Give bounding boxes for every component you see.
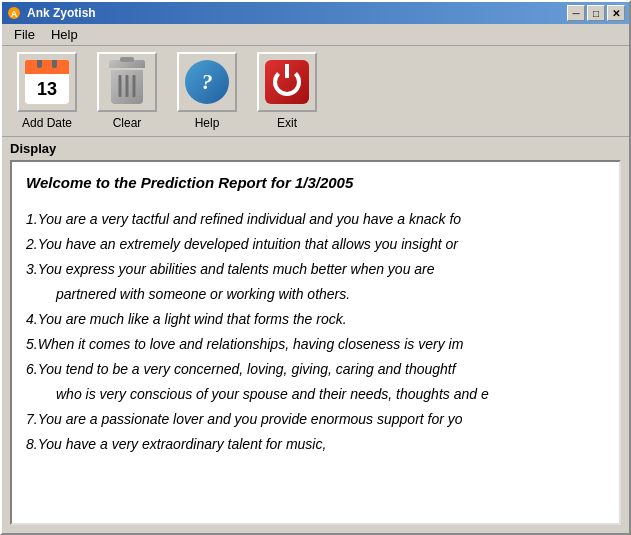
report-line: who is very conscious of your spouse and… xyxy=(26,384,605,405)
main-window: A Ank Zyotish ─ □ ✕ File Help xyxy=(0,0,631,535)
menu-help[interactable]: Help xyxy=(43,25,86,44)
report-line: 3.You express your abilities and talents… xyxy=(26,259,605,280)
add-date-label: Add Date xyxy=(22,116,72,130)
help-icon: ? xyxy=(185,60,229,104)
menu-bar: File Help xyxy=(2,24,629,46)
trash-body xyxy=(111,70,143,104)
title-bar: A Ank Zyotish ─ □ ✕ xyxy=(2,2,629,24)
minimize-button[interactable]: ─ xyxy=(567,5,585,21)
report-line: 6.You tend to be a very concerned, lovin… xyxy=(26,359,605,380)
report-line: 5.When it comes to love and relationship… xyxy=(26,334,605,355)
trash-handle xyxy=(120,57,134,62)
calendar-rings xyxy=(37,60,57,68)
calendar-number: 13 xyxy=(25,74,69,104)
title-bar-left: A Ank Zyotish xyxy=(6,5,96,21)
clear-label: Clear xyxy=(113,116,142,130)
report-line: partnered with someone or working with o… xyxy=(26,284,605,305)
help-label: Help xyxy=(195,116,220,130)
report-lines: 1.You are a very tactful and refined ind… xyxy=(26,209,605,455)
toolbar: 13 Add Date xyxy=(2,46,629,137)
trash-line-3 xyxy=(133,75,136,97)
display-section: Display Welcome to the Prediction Report… xyxy=(2,137,629,533)
report-line: 4.You are much like a light wind that fo… xyxy=(26,309,605,330)
ring-left xyxy=(37,60,42,68)
trash-lines xyxy=(119,75,136,97)
report-line: 2.You have an extremely developed intuit… xyxy=(26,234,605,255)
trash-line-1 xyxy=(119,75,122,97)
display-content[interactable]: Welcome to the Prediction Report for 1/3… xyxy=(12,162,619,523)
help-icon-box: ? xyxy=(177,52,237,112)
exit-label: Exit xyxy=(277,116,297,130)
exit-icon-box xyxy=(257,52,317,112)
app-icon: A xyxy=(6,5,22,21)
maximize-button[interactable]: □ xyxy=(587,5,605,21)
title-buttons: ─ □ ✕ xyxy=(567,5,625,21)
trash-icon xyxy=(108,60,146,104)
report-title: Welcome to the Prediction Report for 1/3… xyxy=(26,174,605,191)
menu-file[interactable]: File xyxy=(6,25,43,44)
window-title: Ank Zyotish xyxy=(27,6,96,20)
calendar-icon: 13 xyxy=(25,60,69,104)
display-box: Welcome to the Prediction Report for 1/3… xyxy=(10,160,621,525)
close-button[interactable]: ✕ xyxy=(607,5,625,21)
report-line: 7.You are a passionate lover and you pro… xyxy=(26,409,605,430)
add-date-button[interactable]: 13 Add Date xyxy=(12,52,82,130)
help-button[interactable]: ? Help xyxy=(172,52,242,130)
report-line: 8.You have a very extraordinary talent f… xyxy=(26,434,605,455)
trash-line-2 xyxy=(126,75,129,97)
ring-right xyxy=(52,60,57,68)
trash-lid xyxy=(109,60,145,68)
report-line: 1.You are a very tactful and refined ind… xyxy=(26,209,605,230)
clear-icon-box xyxy=(97,52,157,112)
clear-button[interactable]: Clear xyxy=(92,52,162,130)
display-label: Display xyxy=(10,141,621,156)
power-symbol xyxy=(273,68,301,96)
power-icon xyxy=(265,60,309,104)
add-date-icon-box: 13 xyxy=(17,52,77,112)
svg-text:A: A xyxy=(11,9,18,19)
exit-button[interactable]: Exit xyxy=(252,52,322,130)
